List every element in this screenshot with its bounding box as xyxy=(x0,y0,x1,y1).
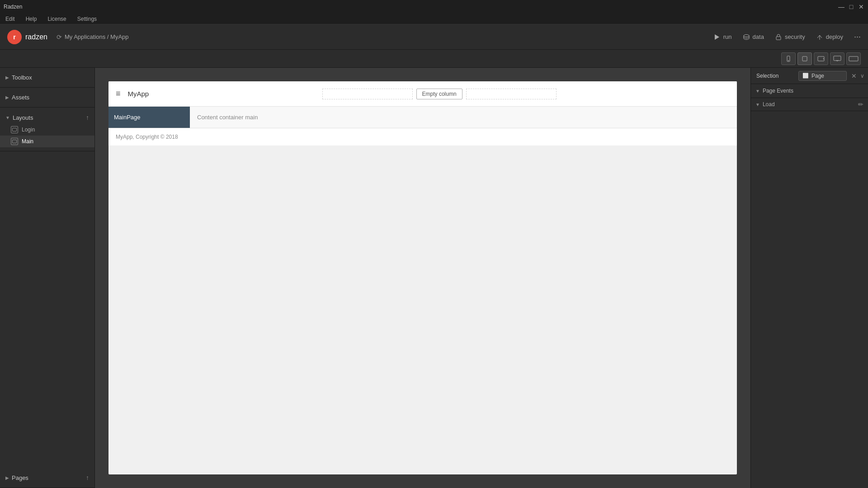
viewport-controls xyxy=(0,50,868,68)
logo-area: r radzen xyxy=(7,30,47,44)
main-page-icon xyxy=(11,138,18,145)
app-header-title: MyApp xyxy=(128,90,149,98)
layouts-header[interactable]: ▼ Layouts ↑ xyxy=(0,111,94,124)
title-bar: Radzen — □ ✕ xyxy=(0,0,868,14)
data-icon xyxy=(743,33,750,41)
header-dotted-left: Empty column xyxy=(149,89,730,99)
page-events-label: Page Events xyxy=(763,88,793,94)
more-button[interactable]: ··· xyxy=(854,32,861,42)
viewport-desktop-wide[interactable] xyxy=(846,52,861,65)
app-title: Radzen xyxy=(4,4,22,10)
toolbox-label: Toolbox xyxy=(12,74,32,81)
selection-label: Selection xyxy=(755,73,797,79)
toolbox-header[interactable]: ▶ Toolbox xyxy=(0,71,94,84)
app-main-content: Content container main xyxy=(190,107,737,128)
window-controls[interactable]: — □ ✕ xyxy=(838,4,864,10)
assets-header[interactable]: ▶ Assets xyxy=(0,91,94,103)
page-selector-icon: ⬜ xyxy=(802,73,809,79)
svg-point-5 xyxy=(788,60,788,61)
maximize-button[interactable]: □ xyxy=(848,4,854,10)
svg-marker-0 xyxy=(715,34,719,40)
layouts-label: Layouts xyxy=(13,114,33,121)
assets-arrow: ▶ xyxy=(5,95,9,100)
pages-arrow: ▶ xyxy=(5,475,9,480)
header-dashed-area-right xyxy=(466,89,557,99)
breadcrumb: ⟳ My Applications / MyApp xyxy=(57,33,129,41)
viewport-tablet-small[interactable] xyxy=(797,52,812,65)
page-events-header: ▼ Page Events xyxy=(751,84,868,98)
app-header-row: ≡ MyApp Empty column xyxy=(116,89,730,99)
svg-point-1 xyxy=(744,34,749,37)
load-arrow: ▼ xyxy=(755,102,760,107)
content-container-label: Content container main xyxy=(197,114,258,121)
pages-header[interactable]: ▶ Pages ↑ xyxy=(0,471,94,484)
deploy-label: deploy xyxy=(826,33,843,40)
pages-section: ▶ Pages ↑ xyxy=(0,468,94,488)
run-label: run xyxy=(723,33,732,40)
viewport-tablet[interactable] xyxy=(814,52,828,65)
assets-section: ▶ Assets xyxy=(0,88,94,108)
page-selector-label: Page xyxy=(811,73,824,79)
security-icon xyxy=(775,33,782,41)
assets-label: Assets xyxy=(12,94,29,101)
sidebar-item-login[interactable]: Login xyxy=(0,124,94,136)
canvas-area: ≡ MyApp Empty column MainPage Cont xyxy=(95,68,750,488)
breadcrumb-icon: ⟳ xyxy=(57,33,62,41)
right-sidebar: Selection ⬜ Page ✕ ∨ ▼ Page Events ▼ Loa… xyxy=(750,68,868,488)
sidebar-spacer xyxy=(0,151,94,468)
page-events-arrow: ▼ xyxy=(755,89,760,94)
toolbox-section: ▶ Toolbox xyxy=(0,68,94,88)
app-header: ≡ MyApp Empty column xyxy=(108,81,737,107)
deploy-icon xyxy=(816,33,823,41)
security-action[interactable]: security xyxy=(775,33,805,41)
layouts-arrow: ▼ xyxy=(5,115,10,120)
hamburger-icon[interactable]: ≡ xyxy=(116,89,121,99)
header-dashed-area xyxy=(322,89,413,99)
svg-rect-12 xyxy=(849,56,858,61)
menu-edit[interactable]: Edit xyxy=(4,15,17,23)
page-selector[interactable]: ⬜ Page xyxy=(798,71,847,81)
top-nav: r radzen ⟳ My Applications / MyApp run d… xyxy=(0,24,868,50)
app-sidebar: MainPage xyxy=(108,107,190,128)
close-button[interactable]: ✕ xyxy=(858,4,864,10)
security-label: security xyxy=(785,33,805,40)
breadcrumb-path: My Applications / MyApp xyxy=(65,33,129,40)
minimize-button[interactable]: — xyxy=(838,4,844,10)
right-sidebar-header: Selection ⬜ Page ✕ ∨ xyxy=(751,68,868,84)
title-text: Radzen xyxy=(4,4,22,10)
menu-help[interactable]: Help xyxy=(24,15,39,23)
main-page-icon-inner xyxy=(12,140,17,143)
pages-export-button[interactable]: ↑ xyxy=(86,474,89,481)
selection-close-button[interactable]: ✕ xyxy=(851,72,857,80)
selection-chevron[interactable]: ∨ xyxy=(860,73,864,79)
left-sidebar: ▶ Toolbox ▶ Assets ▼ Layouts ↑ xyxy=(0,68,95,488)
menu-bar: Edit Help License Settings xyxy=(0,14,868,24)
menu-settings[interactable]: Settings xyxy=(75,15,99,23)
page-canvas: ≡ MyApp Empty column MainPage Cont xyxy=(108,81,737,474)
footer-text: MyApp, Copyright © 2018 xyxy=(116,134,178,140)
layouts-section: ▼ Layouts ↑ Login Main xyxy=(0,108,94,151)
viewport-mobile[interactable] xyxy=(781,52,796,65)
app-footer: MyApp, Copyright © 2018 xyxy=(108,128,737,145)
app-content: MainPage Content container main xyxy=(108,107,737,128)
login-label: Login xyxy=(22,127,35,133)
layouts-export-button[interactable]: ↑ xyxy=(86,114,89,121)
svg-rect-2 xyxy=(776,37,781,40)
data-action[interactable]: data xyxy=(743,33,764,41)
title-bar-left: Radzen xyxy=(4,4,22,10)
app-sidebar-title: MainPage xyxy=(114,114,141,121)
load-event-item: ▼ Load ✏ xyxy=(751,98,868,111)
viewport-desktop-small[interactable] xyxy=(830,52,844,65)
svg-point-8 xyxy=(823,58,824,59)
menu-license[interactable]: License xyxy=(46,15,68,23)
load-label: Load xyxy=(763,101,775,108)
sidebar-item-main[interactable]: Main xyxy=(0,136,94,147)
load-edit-button[interactable]: ✏ xyxy=(858,101,863,108)
deploy-action[interactable]: deploy xyxy=(816,33,843,41)
empty-column-button[interactable]: Empty column xyxy=(416,89,462,99)
run-icon xyxy=(713,33,721,41)
pages-label: Pages xyxy=(12,474,28,481)
logo-letter: r xyxy=(13,33,15,41)
run-action[interactable]: run xyxy=(713,33,732,41)
main-layout: ▶ Toolbox ▶ Assets ▼ Layouts ↑ xyxy=(0,68,868,488)
